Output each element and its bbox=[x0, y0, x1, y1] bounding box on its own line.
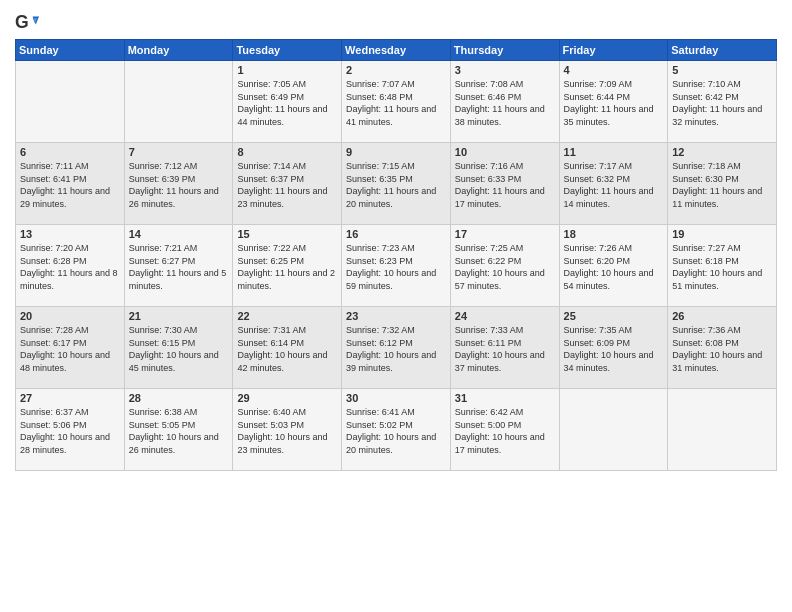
calendar-cell: 15Sunrise: 7:22 AM Sunset: 6:25 PM Dayli… bbox=[233, 225, 342, 307]
calendar-cell: 22Sunrise: 7:31 AM Sunset: 6:14 PM Dayli… bbox=[233, 307, 342, 389]
day-info: Sunrise: 7:21 AM Sunset: 6:27 PM Dayligh… bbox=[129, 242, 229, 292]
week-row-2: 13Sunrise: 7:20 AM Sunset: 6:28 PM Dayli… bbox=[16, 225, 777, 307]
day-info: Sunrise: 7:09 AM Sunset: 6:44 PM Dayligh… bbox=[564, 78, 664, 128]
calendar-cell: 16Sunrise: 7:23 AM Sunset: 6:23 PM Dayli… bbox=[342, 225, 451, 307]
calendar-cell: 10Sunrise: 7:16 AM Sunset: 6:33 PM Dayli… bbox=[450, 143, 559, 225]
day-number: 2 bbox=[346, 64, 446, 76]
day-number: 11 bbox=[564, 146, 664, 158]
week-row-3: 20Sunrise: 7:28 AM Sunset: 6:17 PM Dayli… bbox=[16, 307, 777, 389]
calendar-cell: 21Sunrise: 7:30 AM Sunset: 6:15 PM Dayli… bbox=[124, 307, 233, 389]
calendar-cell bbox=[559, 389, 668, 471]
day-number: 31 bbox=[455, 392, 555, 404]
week-row-4: 27Sunrise: 6:37 AM Sunset: 5:06 PM Dayli… bbox=[16, 389, 777, 471]
day-number: 15 bbox=[237, 228, 337, 240]
day-info: Sunrise: 7:28 AM Sunset: 6:17 PM Dayligh… bbox=[20, 324, 120, 374]
day-info: Sunrise: 7:05 AM Sunset: 6:49 PM Dayligh… bbox=[237, 78, 337, 128]
calendar-cell: 2Sunrise: 7:07 AM Sunset: 6:48 PM Daylig… bbox=[342, 61, 451, 143]
day-number: 14 bbox=[129, 228, 229, 240]
day-info: Sunrise: 7:23 AM Sunset: 6:23 PM Dayligh… bbox=[346, 242, 446, 292]
calendar-cell: 29Sunrise: 6:40 AM Sunset: 5:03 PM Dayli… bbox=[233, 389, 342, 471]
week-row-0: 1Sunrise: 7:05 AM Sunset: 6:49 PM Daylig… bbox=[16, 61, 777, 143]
calendar-cell: 19Sunrise: 7:27 AM Sunset: 6:18 PM Dayli… bbox=[668, 225, 777, 307]
day-number: 26 bbox=[672, 310, 772, 322]
day-info: Sunrise: 7:31 AM Sunset: 6:14 PM Dayligh… bbox=[237, 324, 337, 374]
day-info: Sunrise: 7:20 AM Sunset: 6:28 PM Dayligh… bbox=[20, 242, 120, 292]
day-info: Sunrise: 7:14 AM Sunset: 6:37 PM Dayligh… bbox=[237, 160, 337, 210]
calendar-cell: 20Sunrise: 7:28 AM Sunset: 6:17 PM Dayli… bbox=[16, 307, 125, 389]
day-number: 16 bbox=[346, 228, 446, 240]
day-number: 23 bbox=[346, 310, 446, 322]
day-number: 17 bbox=[455, 228, 555, 240]
calendar-cell: 26Sunrise: 7:36 AM Sunset: 6:08 PM Dayli… bbox=[668, 307, 777, 389]
day-info: Sunrise: 7:07 AM Sunset: 6:48 PM Dayligh… bbox=[346, 78, 446, 128]
calendar-cell: 11Sunrise: 7:17 AM Sunset: 6:32 PM Dayli… bbox=[559, 143, 668, 225]
day-number: 8 bbox=[237, 146, 337, 158]
header-day-saturday: Saturday bbox=[668, 40, 777, 61]
calendar-cell: 28Sunrise: 6:38 AM Sunset: 5:05 PM Dayli… bbox=[124, 389, 233, 471]
day-info: Sunrise: 6:40 AM Sunset: 5:03 PM Dayligh… bbox=[237, 406, 337, 456]
calendar-header-row: SundayMondayTuesdayWednesdayThursdayFrid… bbox=[16, 40, 777, 61]
day-number: 1 bbox=[237, 64, 337, 76]
calendar-cell: 4Sunrise: 7:09 AM Sunset: 6:44 PM Daylig… bbox=[559, 61, 668, 143]
day-number: 12 bbox=[672, 146, 772, 158]
calendar-cell: 5Sunrise: 7:10 AM Sunset: 6:42 PM Daylig… bbox=[668, 61, 777, 143]
logo: G bbox=[15, 10, 43, 34]
calendar-cell: 24Sunrise: 7:33 AM Sunset: 6:11 PM Dayli… bbox=[450, 307, 559, 389]
calendar-cell: 14Sunrise: 7:21 AM Sunset: 6:27 PM Dayli… bbox=[124, 225, 233, 307]
header-day-friday: Friday bbox=[559, 40, 668, 61]
day-info: Sunrise: 6:37 AM Sunset: 5:06 PM Dayligh… bbox=[20, 406, 120, 456]
calendar-cell: 18Sunrise: 7:26 AM Sunset: 6:20 PM Dayli… bbox=[559, 225, 668, 307]
day-info: Sunrise: 7:17 AM Sunset: 6:32 PM Dayligh… bbox=[564, 160, 664, 210]
logo-icon: G bbox=[15, 10, 39, 34]
day-number: 3 bbox=[455, 64, 555, 76]
day-number: 27 bbox=[20, 392, 120, 404]
day-number: 6 bbox=[20, 146, 120, 158]
day-number: 29 bbox=[237, 392, 337, 404]
calendar-cell: 25Sunrise: 7:35 AM Sunset: 6:09 PM Dayli… bbox=[559, 307, 668, 389]
day-info: Sunrise: 6:42 AM Sunset: 5:00 PM Dayligh… bbox=[455, 406, 555, 456]
day-info: Sunrise: 7:16 AM Sunset: 6:33 PM Dayligh… bbox=[455, 160, 555, 210]
calendar-cell: 7Sunrise: 7:12 AM Sunset: 6:39 PM Daylig… bbox=[124, 143, 233, 225]
day-number: 30 bbox=[346, 392, 446, 404]
day-info: Sunrise: 7:18 AM Sunset: 6:30 PM Dayligh… bbox=[672, 160, 772, 210]
day-info: Sunrise: 7:32 AM Sunset: 6:12 PM Dayligh… bbox=[346, 324, 446, 374]
day-number: 21 bbox=[129, 310, 229, 322]
day-number: 24 bbox=[455, 310, 555, 322]
day-number: 13 bbox=[20, 228, 120, 240]
calendar-cell: 3Sunrise: 7:08 AM Sunset: 6:46 PM Daylig… bbox=[450, 61, 559, 143]
header-day-sunday: Sunday bbox=[16, 40, 125, 61]
day-info: Sunrise: 7:22 AM Sunset: 6:25 PM Dayligh… bbox=[237, 242, 337, 292]
svg-text:G: G bbox=[15, 12, 29, 32]
calendar-cell: 6Sunrise: 7:11 AM Sunset: 6:41 PM Daylig… bbox=[16, 143, 125, 225]
day-info: Sunrise: 7:11 AM Sunset: 6:41 PM Dayligh… bbox=[20, 160, 120, 210]
day-number: 18 bbox=[564, 228, 664, 240]
calendar-cell: 12Sunrise: 7:18 AM Sunset: 6:30 PM Dayli… bbox=[668, 143, 777, 225]
calendar-cell: 1Sunrise: 7:05 AM Sunset: 6:49 PM Daylig… bbox=[233, 61, 342, 143]
day-number: 10 bbox=[455, 146, 555, 158]
day-number: 28 bbox=[129, 392, 229, 404]
calendar-cell: 8Sunrise: 7:14 AM Sunset: 6:37 PM Daylig… bbox=[233, 143, 342, 225]
header-day-tuesday: Tuesday bbox=[233, 40, 342, 61]
day-number: 25 bbox=[564, 310, 664, 322]
day-info: Sunrise: 7:30 AM Sunset: 6:15 PM Dayligh… bbox=[129, 324, 229, 374]
calendar-cell: 31Sunrise: 6:42 AM Sunset: 5:00 PM Dayli… bbox=[450, 389, 559, 471]
calendar-cell: 13Sunrise: 7:20 AM Sunset: 6:28 PM Dayli… bbox=[16, 225, 125, 307]
day-number: 9 bbox=[346, 146, 446, 158]
calendar-cell: 27Sunrise: 6:37 AM Sunset: 5:06 PM Dayli… bbox=[16, 389, 125, 471]
calendar-cell: 30Sunrise: 6:41 AM Sunset: 5:02 PM Dayli… bbox=[342, 389, 451, 471]
main-container: G SundayMondayTuesdayWednesdayThursdayFr… bbox=[0, 0, 792, 476]
day-info: Sunrise: 7:08 AM Sunset: 6:46 PM Dayligh… bbox=[455, 78, 555, 128]
calendar-cell: 17Sunrise: 7:25 AM Sunset: 6:22 PM Dayli… bbox=[450, 225, 559, 307]
day-number: 20 bbox=[20, 310, 120, 322]
header-day-wednesday: Wednesday bbox=[342, 40, 451, 61]
calendar-cell bbox=[668, 389, 777, 471]
day-info: Sunrise: 6:38 AM Sunset: 5:05 PM Dayligh… bbox=[129, 406, 229, 456]
header: G bbox=[15, 10, 777, 34]
calendar-cell: 9Sunrise: 7:15 AM Sunset: 6:35 PM Daylig… bbox=[342, 143, 451, 225]
calendar-cell: 23Sunrise: 7:32 AM Sunset: 6:12 PM Dayli… bbox=[342, 307, 451, 389]
header-day-thursday: Thursday bbox=[450, 40, 559, 61]
day-info: Sunrise: 7:15 AM Sunset: 6:35 PM Dayligh… bbox=[346, 160, 446, 210]
week-row-1: 6Sunrise: 7:11 AM Sunset: 6:41 PM Daylig… bbox=[16, 143, 777, 225]
day-number: 19 bbox=[672, 228, 772, 240]
day-info: Sunrise: 7:26 AM Sunset: 6:20 PM Dayligh… bbox=[564, 242, 664, 292]
